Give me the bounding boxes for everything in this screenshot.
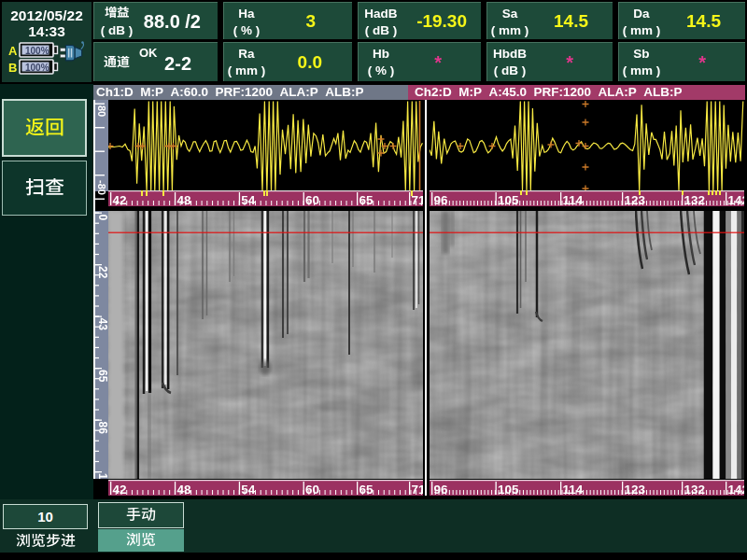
svg-text:65: 65 xyxy=(96,370,108,383)
svg-text:108: 108 xyxy=(96,473,108,479)
svg-text:A: A xyxy=(8,44,18,58)
svg-text:54: 54 xyxy=(241,483,256,497)
svg-text:114: 114 xyxy=(563,193,584,207)
svg-text:142: 142 xyxy=(728,193,745,207)
svg-text:71: 71 xyxy=(412,193,424,207)
svg-text:0: 0 xyxy=(96,215,108,221)
svg-text:100%: 100% xyxy=(25,46,49,56)
svg-text:-80: -80 xyxy=(96,180,107,195)
svg-text:96: 96 xyxy=(434,483,449,497)
svg-text:42: 42 xyxy=(113,193,127,207)
svg-text:142: 142 xyxy=(728,483,745,497)
svg-text:80: 80 xyxy=(96,105,107,117)
svg-text:65: 65 xyxy=(359,193,374,207)
svg-text:100%: 100% xyxy=(25,63,49,73)
svg-text:71: 71 xyxy=(412,483,424,497)
svg-text:60: 60 xyxy=(305,483,319,497)
svg-text:105: 105 xyxy=(498,483,519,497)
svg-text:132: 132 xyxy=(684,483,706,497)
svg-text:60: 60 xyxy=(305,193,319,207)
svg-text:43: 43 xyxy=(96,318,108,331)
svg-text:86: 86 xyxy=(96,422,108,435)
svg-text:105: 105 xyxy=(498,193,519,207)
svg-text:B: B xyxy=(8,61,17,75)
svg-text:132: 132 xyxy=(684,193,706,207)
svg-text:48: 48 xyxy=(176,483,191,497)
svg-text:123: 123 xyxy=(625,483,646,497)
svg-text:54: 54 xyxy=(241,193,256,207)
svg-text:42: 42 xyxy=(113,483,127,497)
svg-text:65: 65 xyxy=(359,483,374,497)
svg-text:96: 96 xyxy=(434,193,449,207)
svg-text:114: 114 xyxy=(563,483,584,497)
svg-text:48: 48 xyxy=(176,193,191,207)
svg-text:123: 123 xyxy=(625,193,646,207)
svg-text:22: 22 xyxy=(96,266,108,279)
